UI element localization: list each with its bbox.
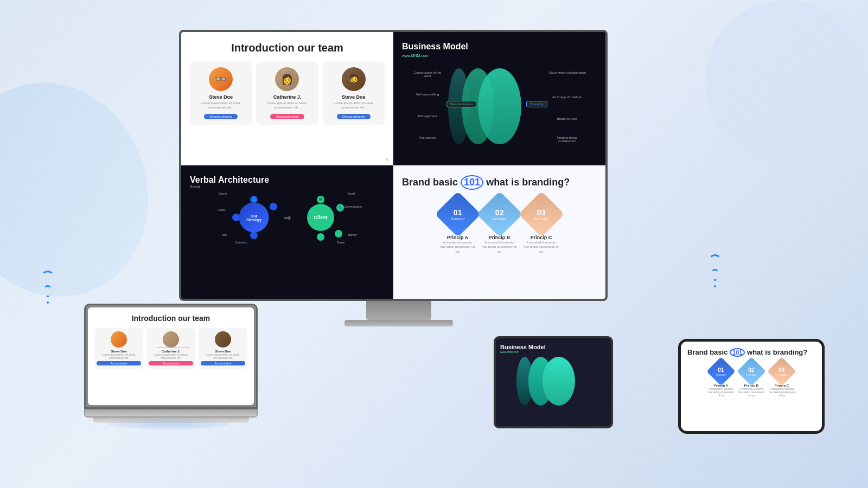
strategy-orbit: OurStrategy 🌐 Banner Poster App Statione… [229,193,278,242]
slide-business-subtitle: www.MNM.com [402,54,597,57]
monitor: Introduction our team 👓 Steve Doe Lorem … [179,30,618,339]
laptop-avatar-2 [163,331,179,348]
slide-brand-title: Brand basic 101 what is branding? [402,175,597,190]
phone-101: 101 [730,348,745,357]
member-1-name: Steve Doe [194,94,247,100]
slide-brand: Brand basic 101 what is branding? 01 Ave… [393,165,605,299]
avatar-1: 👓 [209,67,233,91]
label-stationery: Stationery [235,241,247,244]
phone-diamond-3-lbl: Average [777,373,787,376]
team-members: 👓 Steve Doe Lorem ipsum dolor sit amet, … [190,62,385,125]
biz-label-tl: Construction of the ward [413,71,443,78]
wifi-icon-left [41,271,54,304]
orbit-bottom [250,232,258,239]
slide-business: Business Model www.MNM.com Construction … [393,32,605,165]
slide-intro: Introduction our team 👓 Steve Doe Lorem … [181,32,393,165]
diamond-3-label: Average [534,216,548,220]
phone-diamond-3: 03 Average [767,357,796,386]
laptop-member-2-desc: Lorem ipsum dolor sit amet, consectetuer… [149,353,193,359]
label-social: Social [347,192,355,195]
laptop-card-2: Catherine J. Lorem ipsum dolor sit amet,… [146,328,195,369]
member-2-social: @accountname [270,114,304,119]
client-orbit-br [335,230,342,237]
connector-laptop [157,347,190,348]
monitor-stand [366,301,431,320]
phone-principle-2-desc: A wonderful serenity has taken possessio… [738,387,765,397]
biz-label-bbl: Pest control [413,136,443,139]
avatar-3: 🧔 [342,67,366,91]
tablet-oval-3 [542,357,575,406]
tablet-ovals [500,357,607,406]
client-circle: Client [307,204,334,231]
diamond-2-num: 02 [493,208,507,216]
slide-verbal-title: Verbal Architecture [190,175,385,185]
laptop-member-3-desc: Lorem ipsum dolor sit amet, consectetuer… [201,353,245,359]
phone-subtitle: what is branding? [747,348,807,356]
biz-label-bl: Management [413,114,443,118]
laptop-member-1-desc: Lorem ipsum dolor sit amet, consectetuer… [97,353,141,359]
phone-diamond-2-num: 02 [746,367,757,373]
team-card-3: 🧔 Steve Doe Lorem ipsum dolor sit amet, … [323,62,385,125]
business-diagram: Construction of the ward Soil remodellin… [402,63,597,155]
laptop-btn-2: Accountname [149,361,193,365]
tablet-subtitle: www.MNM.com [500,350,607,354]
verbal-diagram: OurStrategy 🌐 Banner Poster App Statione… [190,193,385,242]
laptop-screen: Introduction our team Steve Doe Lorem ip… [88,307,254,405]
principle-card-1: 01 Average Princip A A wonderful serenit… [440,198,475,254]
brand-principles: 01 Average Princip A A wonderful serenit… [402,198,597,254]
laptop-btn-3: Accountname [201,361,245,365]
laptop-reflection [108,419,228,429]
phone-diamond-3-num: 03 [777,367,787,373]
bg-decoration-right [705,0,868,163]
member-3-name: Steve Doe [327,94,380,100]
tablet-frame: Business Model www.MNM.com [494,336,613,428]
principle-card-2: 02 Average Princip B A wonderful serenit… [482,198,517,254]
wifi-arc-r3 [713,279,717,284]
pill-branding: Branding [526,101,547,107]
wifi-arc-r1 [709,254,722,267]
phone-title: Brand basic 101 what is branding? [687,348,815,357]
brand-101: 101 [461,175,483,190]
laptop-base [84,409,258,418]
label-app: App [222,233,227,236]
diamond-1-label: Average [451,216,465,220]
client-orbit-top: ✉ [317,196,324,203]
laptop-card-1: Steve Doe Lorem ipsum dolor sit amet, co… [94,328,143,369]
laptop-title: Introduction our team [94,314,247,323]
phone-diamond-2-lbl: Average [746,373,757,376]
diamond-1-num: 01 [451,208,465,216]
slide-verbal: Verbal Architecture Brand OurStrategy 🌐 … [181,165,393,299]
wifi-arc-r2 [711,269,719,278]
brand-subtitle: what is branding? [486,177,570,188]
arrow-equals: ⇒ [284,213,291,223]
phone-principles: 01 Average Princip A A wonderful serenit… [687,361,815,397]
biz-label-tr: Government collaboration [548,71,586,74]
monitor-screen: Introduction our team 👓 Steve Doe Lorem … [179,30,608,301]
label-banner: Banner [219,192,227,195]
client-orbit-bottom [317,233,324,241]
slide-business-title: Business Model [402,42,597,52]
phone-diamond-1-lbl: Average [716,373,726,376]
principle-1-desc: A wonderful serenity has taken possessio… [440,240,475,254]
laptop-screen-wrap: Introduction our team Steve Doe Lorem ip… [84,304,258,409]
tablet-title: Business Model [500,344,607,350]
strategy-circle: OurStrategy [239,203,269,233]
wifi-arc-2 [43,285,52,294]
laptop-avatar-3 [215,331,231,348]
laptop: Introduction our team Steve Doe Lorem ip… [84,304,258,423]
bg-decoration-left [0,55,178,324]
tablet: Business Model www.MNM.com [494,336,613,428]
wifi-dot-r [714,285,716,287]
phone-principle-2: 02 Average Princip B A wonderful serenit… [738,361,765,397]
member-1-social: @accountname [204,114,238,119]
phone-diamond-2: 02 Average [737,357,766,386]
laptop-team: Steve Doe Lorem ipsum dolor sit amet, co… [94,328,247,369]
wifi-dot [47,301,49,304]
phone-brand-text: Brand basic [687,348,727,356]
monitor-base [344,320,453,326]
client-orbit: Client ✉ 🐾 Social Communication Banner P… [296,193,345,242]
diamond-3: 03 Average [518,191,564,237]
diamond-3-num: 03 [534,208,548,216]
phone-principle-3: 03 Average Princip C A wonderful serenit… [768,361,795,397]
laptop-btn-1: Accountname [97,361,141,365]
